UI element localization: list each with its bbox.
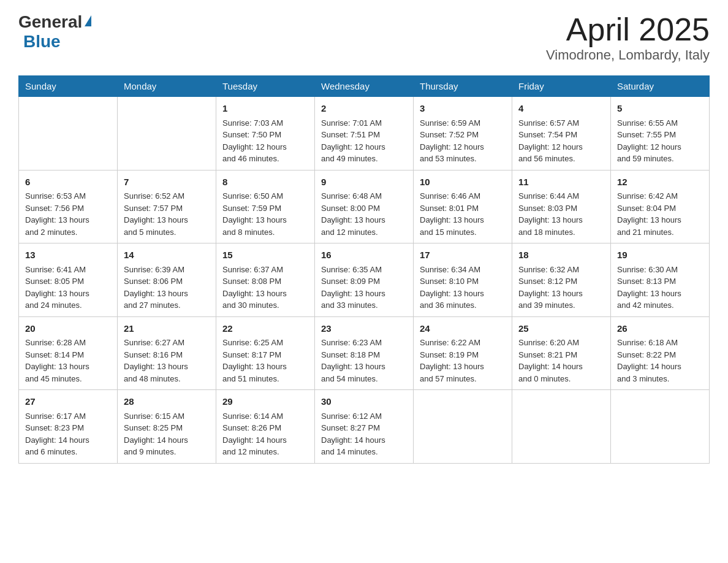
day-number: 25 [518,322,604,336]
calendar-cell: 18Sunrise: 6:32 AM Sunset: 8:12 PM Dayli… [512,243,611,317]
calendar-cell [19,97,118,170]
calendar-cell: 30Sunrise: 6:12 AM Sunset: 8:27 PM Dayli… [315,390,414,464]
calendar-week-1: 1Sunrise: 7:03 AM Sunset: 7:50 PM Daylig… [19,97,710,170]
calendar-cell: 6Sunrise: 6:53 AM Sunset: 7:56 PM Daylig… [19,170,118,243]
calendar-cell: 5Sunrise: 6:55 AM Sunset: 7:55 PM Daylig… [611,97,710,170]
sun-info: Sunrise: 6:32 AM Sunset: 8:12 PM Dayligh… [518,264,604,312]
day-number: 4 [518,102,604,116]
sun-info: Sunrise: 6:28 AM Sunset: 8:14 PM Dayligh… [25,337,111,385]
sun-info: Sunrise: 6:46 AM Sunset: 8:01 PM Dayligh… [420,190,506,238]
calendar-cell: 2Sunrise: 7:01 AM Sunset: 7:51 PM Daylig… [315,97,414,170]
day-number: 11 [518,175,604,190]
calendar-cell: 28Sunrise: 6:15 AM Sunset: 8:25 PM Dayli… [118,390,216,464]
day-number: 30 [321,395,407,409]
day-number: 24 [420,322,506,336]
calendar-cell: 20Sunrise: 6:28 AM Sunset: 8:14 PM Dayli… [19,316,118,390]
header-friday: Friday [512,76,611,97]
sun-info: Sunrise: 6:18 AM Sunset: 8:22 PM Dayligh… [617,337,703,385]
calendar-cell [512,390,611,464]
sun-info: Sunrise: 7:01 AM Sunset: 7:51 PM Dayligh… [321,117,407,165]
day-number: 15 [222,248,308,262]
sun-info: Sunrise: 6:35 AM Sunset: 8:09 PM Dayligh… [321,264,407,312]
day-number: 14 [124,248,210,262]
sun-info: Sunrise: 6:30 AM Sunset: 8:13 PM Dayligh… [617,264,703,312]
sun-info: Sunrise: 6:20 AM Sunset: 8:21 PM Dayligh… [518,337,604,385]
day-number: 16 [321,248,407,262]
day-number: 26 [617,322,703,336]
calendar-cell: 14Sunrise: 6:39 AM Sunset: 8:06 PM Dayli… [118,243,216,317]
day-number: 8 [222,175,308,190]
logo-triangle-icon [85,15,91,26]
header-row: SundayMondayTuesdayWednesdayThursdayFrid… [19,76,710,97]
logo-blue-text: Blue [23,32,61,51]
calendar-cell [611,390,710,464]
day-number: 20 [25,322,111,336]
day-number: 6 [25,175,111,190]
page-header: General Blue April 2025 Vimodrone, Lomba… [18,12,710,63]
calendar-table: SundayMondayTuesdayWednesdayThursdayFrid… [18,75,710,464]
calendar-body: 1Sunrise: 7:03 AM Sunset: 7:50 PM Daylig… [19,97,710,464]
sun-info: Sunrise: 6:15 AM Sunset: 8:25 PM Dayligh… [124,410,210,458]
calendar-cell: 24Sunrise: 6:22 AM Sunset: 8:19 PM Dayli… [414,316,512,390]
sun-info: Sunrise: 6:17 AM Sunset: 8:23 PM Dayligh… [25,410,111,458]
sun-info: Sunrise: 6:34 AM Sunset: 8:10 PM Dayligh… [420,264,506,312]
calendar-cell: 13Sunrise: 6:41 AM Sunset: 8:05 PM Dayli… [19,243,118,317]
calendar-cell: 27Sunrise: 6:17 AM Sunset: 8:23 PM Dayli… [19,390,118,464]
day-number: 22 [222,322,308,336]
calendar-cell: 16Sunrise: 6:35 AM Sunset: 8:09 PM Dayli… [315,243,414,317]
sun-info: Sunrise: 6:55 AM Sunset: 7:55 PM Dayligh… [617,117,703,165]
calendar-cell: 9Sunrise: 6:48 AM Sunset: 8:00 PM Daylig… [315,170,414,243]
day-number: 23 [321,322,407,336]
day-number: 3 [420,102,506,116]
calendar-cell: 11Sunrise: 6:44 AM Sunset: 8:03 PM Dayli… [512,170,611,243]
sun-info: Sunrise: 6:25 AM Sunset: 8:17 PM Dayligh… [222,337,308,385]
calendar-cell: 23Sunrise: 6:23 AM Sunset: 8:18 PM Dayli… [315,316,414,390]
sun-info: Sunrise: 6:22 AM Sunset: 8:19 PM Dayligh… [420,337,506,385]
day-number: 19 [617,248,703,262]
calendar-cell [414,390,512,464]
calendar-cell: 26Sunrise: 6:18 AM Sunset: 8:22 PM Dayli… [611,316,710,390]
calendar-cell: 15Sunrise: 6:37 AM Sunset: 8:08 PM Dayli… [216,243,315,317]
calendar-cell: 22Sunrise: 6:25 AM Sunset: 8:17 PM Dayli… [216,316,315,390]
calendar-week-2: 6Sunrise: 6:53 AM Sunset: 7:56 PM Daylig… [19,170,710,243]
calendar-title: April 2025 [546,12,710,47]
calendar-cell: 1Sunrise: 7:03 AM Sunset: 7:50 PM Daylig… [216,97,315,170]
sun-info: Sunrise: 6:44 AM Sunset: 8:03 PM Dayligh… [518,190,604,238]
sun-info: Sunrise: 6:41 AM Sunset: 8:05 PM Dayligh… [25,264,111,312]
day-number: 13 [25,248,111,262]
day-number: 28 [124,395,210,409]
calendar-cell: 17Sunrise: 6:34 AM Sunset: 8:10 PM Dayli… [414,243,512,317]
calendar-week-3: 13Sunrise: 6:41 AM Sunset: 8:05 PM Dayli… [19,243,710,317]
calendar-cell: 10Sunrise: 6:46 AM Sunset: 8:01 PM Dayli… [414,170,512,243]
calendar-cell: 19Sunrise: 6:30 AM Sunset: 8:13 PM Dayli… [611,243,710,317]
calendar-cell: 21Sunrise: 6:27 AM Sunset: 8:16 PM Dayli… [118,316,216,390]
sun-info: Sunrise: 6:50 AM Sunset: 7:59 PM Dayligh… [222,190,308,238]
calendar-cell: 29Sunrise: 6:14 AM Sunset: 8:26 PM Dayli… [216,390,315,464]
calendar-cell: 12Sunrise: 6:42 AM Sunset: 8:04 PM Dayli… [611,170,710,243]
day-number: 10 [420,175,506,190]
sun-info: Sunrise: 6:37 AM Sunset: 8:08 PM Dayligh… [222,264,308,312]
sun-info: Sunrise: 6:48 AM Sunset: 8:00 PM Dayligh… [321,190,407,238]
calendar-cell [118,97,216,170]
header-saturday: Saturday [611,76,710,97]
calendar-week-4: 20Sunrise: 6:28 AM Sunset: 8:14 PM Dayli… [19,316,710,390]
header-tuesday: Tuesday [216,76,315,97]
sun-info: Sunrise: 6:52 AM Sunset: 7:57 PM Dayligh… [124,190,210,238]
header-sunday: Sunday [19,76,118,97]
logo: General Blue [18,12,91,52]
day-number: 27 [25,395,111,409]
sun-info: Sunrise: 6:39 AM Sunset: 8:06 PM Dayligh… [124,264,210,312]
calendar-cell: 8Sunrise: 6:50 AM Sunset: 7:59 PM Daylig… [216,170,315,243]
sun-info: Sunrise: 6:14 AM Sunset: 8:26 PM Dayligh… [222,410,308,458]
calendar-subtitle: Vimodrone, Lombardy, Italy [546,47,710,63]
calendar-cell: 3Sunrise: 6:59 AM Sunset: 7:52 PM Daylig… [414,97,512,170]
sun-info: Sunrise: 6:23 AM Sunset: 8:18 PM Dayligh… [321,337,407,385]
sun-info: Sunrise: 6:12 AM Sunset: 8:27 PM Dayligh… [321,410,407,458]
day-number: 12 [617,175,703,190]
sun-info: Sunrise: 7:03 AM Sunset: 7:50 PM Dayligh… [222,117,308,165]
calendar-week-5: 27Sunrise: 6:17 AM Sunset: 8:23 PM Dayli… [19,390,710,464]
calendar-cell: 25Sunrise: 6:20 AM Sunset: 8:21 PM Dayli… [512,316,611,390]
logo-general-text: General [18,12,82,32]
day-number: 7 [124,175,210,190]
header-thursday: Thursday [414,76,512,97]
